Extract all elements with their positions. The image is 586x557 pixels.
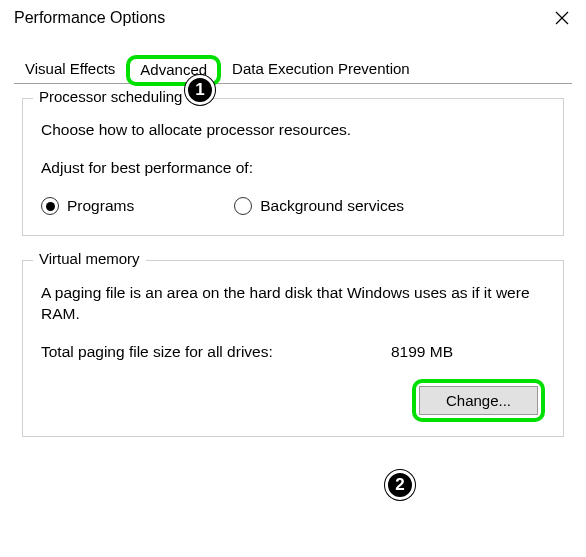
- annotation-badge-1: 1: [185, 75, 215, 105]
- vm-desc: A paging file is an area on the hard dis…: [41, 283, 545, 325]
- radio-circle-icon: [41, 197, 59, 215]
- annotation-badge-2: 2: [385, 470, 415, 500]
- processor-scheduling-group: Processor scheduling Choose how to alloc…: [22, 98, 564, 236]
- tab-bar: Visual Effects Advanced Data Execution P…: [14, 52, 572, 84]
- change-button-highlight: Change...: [412, 379, 545, 422]
- vm-group-title: Virtual memory: [33, 250, 146, 267]
- vm-total-label: Total paging file size for all drives:: [41, 343, 391, 361]
- adjust-label: Adjust for best performance of:: [41, 159, 545, 177]
- radio-background-label: Background services: [260, 197, 404, 215]
- close-icon: [555, 11, 569, 25]
- processor-group-title: Processor scheduling: [33, 88, 188, 105]
- radio-programs-label: Programs: [67, 197, 134, 215]
- tab-dep[interactable]: Data Execution Prevention: [221, 55, 421, 84]
- radio-background-services[interactable]: Background services: [234, 197, 404, 215]
- tab-visual-effects[interactable]: Visual Effects: [14, 55, 126, 84]
- change-button[interactable]: Change...: [419, 386, 538, 415]
- radio-programs[interactable]: Programs: [41, 197, 134, 215]
- vm-total-value: 8199 MB: [391, 343, 453, 361]
- close-button[interactable]: [552, 8, 572, 28]
- virtual-memory-group: Virtual memory A paging file is an area …: [22, 260, 564, 437]
- window-title: Performance Options: [14, 9, 165, 27]
- processor-desc: Choose how to allocate processor resourc…: [41, 121, 545, 139]
- radio-circle-icon: [234, 197, 252, 215]
